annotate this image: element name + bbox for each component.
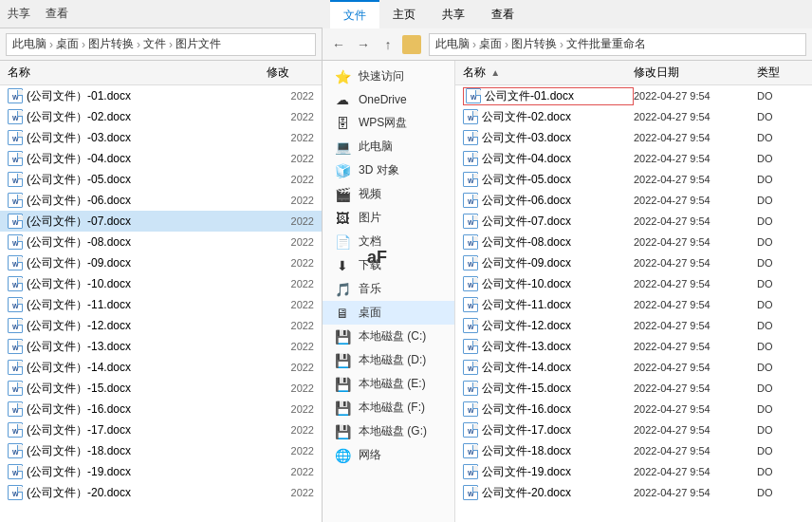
right-file-item[interactable]: W公司文件-04.docx2022-04-27 9:54DO: [455, 148, 812, 169]
right-file-item[interactable]: W公司文件-11.docx2022-04-27 9:54DO: [455, 294, 812, 315]
file-type: DO: [757, 111, 804, 122]
nav-item-本地磁盘 (E:)[interactable]: 💾本地磁盘 (E:): [323, 372, 454, 396]
left-file-item[interactable]: W(公司文件）-09.docx2022: [0, 252, 322, 273]
left-file-item[interactable]: W(公司文件）-04.docx2022: [0, 148, 322, 169]
nav-item-桌面[interactable]: 🖥桌面: [323, 301, 454, 325]
tab-view[interactable]: 查看: [478, 1, 527, 28]
left-file-item[interactable]: W(公司文件）-02.docx2022: [0, 106, 322, 127]
nav-icon: 💾: [334, 329, 351, 345]
file-name: (公司文件）-16.docx: [27, 401, 267, 418]
back-button[interactable]: ←: [328, 34, 349, 55]
left-file-item[interactable]: W(公司文件）-11.docx2022: [0, 294, 322, 315]
nav-item-本地磁盘 (C:)[interactable]: 💾本地磁盘 (C:): [323, 325, 454, 348]
file-name: (公司文件）-03.docx: [27, 130, 267, 146]
nav-item-本地磁盘 (F:)[interactable]: 💾本地磁盘 (F:): [323, 396, 454, 419]
left-file-list: W(公司文件）-01.docx2022W(公司文件）-02.docx2022W(…: [0, 85, 322, 522]
left-file-item[interactable]: W(公司文件）-10.docx2022: [0, 273, 322, 294]
doc-icon: W: [463, 255, 478, 270]
file-name: 公司文件-16.docx: [482, 401, 634, 418]
nav-item-本地磁盘 (G:)[interactable]: 💾本地磁盘 (G:): [323, 419, 454, 443]
r-breadcrumb-convert: 图片转换: [511, 36, 557, 52]
left-file-item[interactable]: W(公司文件）-14.docx2022: [0, 357, 322, 378]
tab-file[interactable]: 文件: [330, 0, 379, 29]
right-file-item[interactable]: W公司文件-15.docx2022-04-27 9:54DO: [455, 378, 812, 399]
file-type: DO: [757, 153, 804, 164]
file-date: 2022-04-27 9:54: [634, 215, 757, 227]
right-file-item[interactable]: W公司文件-05.docx2022-04-27 9:54DO: [455, 169, 812, 190]
nav-item-图片[interactable]: 🖼图片: [323, 206, 454, 230]
right-file-item[interactable]: W公司文件-17.docx2022-04-27 9:54DO: [455, 419, 812, 440]
left-file-item[interactable]: W(公司文件）-19.docx2022: [0, 461, 322, 482]
right-file-item[interactable]: W公司文件-07.docx2022-04-27 9:54DO: [455, 211, 812, 232]
file-date: 2022-04-27 9:54: [634, 424, 757, 436]
right-file-item[interactable]: W公司文件-13.docx2022-04-27 9:54DO: [455, 336, 812, 357]
right-file-item[interactable]: W公司文件-08.docx2022-04-27 9:54DO: [455, 232, 812, 252]
nav-label: 网络: [359, 447, 381, 463]
right-file-item[interactable]: W公司文件-19.docx2022-04-27 9:54DO: [455, 461, 812, 482]
nav-item-本地磁盘 (D:)[interactable]: 💾本地磁盘 (D:): [323, 348, 454, 372]
right-file-item[interactable]: W公司文件-06.docx2022-04-27 9:54DO: [455, 190, 812, 211]
left-file-item[interactable]: W(公司文件）-16.docx2022: [0, 399, 322, 419]
left-file-item[interactable]: W(公司文件）-20.docx2022: [0, 482, 322, 503]
doc-icon: W: [8, 234, 23, 250]
nav-item-此电脑[interactable]: 💻此电脑: [323, 135, 454, 158]
right-file-item[interactable]: W公司文件-18.docx2022-04-27 9:54DO: [455, 440, 812, 461]
file-date: 2022-04-27 9:54: [634, 236, 757, 248]
left-file-item[interactable]: W(公司文件）-06.docx2022: [0, 190, 322, 211]
breadcrumb-file: 文件: [143, 36, 166, 52]
right-file-item[interactable]: W公司文件-16.docx2022-04-27 9:54DO: [455, 399, 812, 419]
tab-home[interactable]: 主页: [379, 1, 429, 28]
tab-share[interactable]: 共享: [429, 1, 478, 28]
right-file-item[interactable]: W公司文件-10.docx2022-04-27 9:54DO: [455, 273, 812, 294]
right-file-item[interactable]: W公司文件-03.docx2022-04-27 9:54DO: [455, 127, 812, 148]
header-modified-right: 修改日期: [634, 65, 757, 81]
left-file-item[interactable]: W(公司文件）-01.docx2022: [0, 85, 322, 106]
file-type: DO: [757, 320, 804, 331]
right-file-item[interactable]: W公司文件-01.docx2022-04-27 9:54DO: [455, 85, 812, 106]
nav-item-文档[interactable]: 📄文档: [323, 230, 454, 253]
nav-item-音乐[interactable]: 🎵音乐: [323, 277, 454, 301]
forward-button[interactable]: →: [353, 34, 374, 55]
right-file-item[interactable]: W公司文件-09.docx2022-04-27 9:54DO: [455, 252, 812, 273]
doc-icon: W: [466, 88, 481, 103]
nav-item-下载[interactable]: ⬇下载: [323, 253, 454, 277]
left-file-item[interactable]: W(公司文件）-05.docx2022: [0, 169, 322, 190]
left-file-item[interactable]: W(公司文件）-08.docx2022: [0, 232, 322, 252]
right-file-name-cell: W公司文件-16.docx: [463, 401, 634, 418]
nav-item-网络[interactable]: 🌐网络: [323, 443, 454, 467]
file-type: DO: [757, 362, 804, 373]
left-share-menu[interactable]: 共享: [8, 6, 30, 22]
doc-icon: W: [463, 297, 478, 312]
file-date: 2022-04-27 9:54: [634, 153, 757, 164]
doc-icon: W: [8, 360, 23, 375]
nav-item-OneDrive[interactable]: ☁OneDrive: [323, 88, 454, 111]
file-date: 2022-04-27 9:54: [634, 403, 757, 415]
file-type: DO: [757, 299, 804, 310]
nav-item-WPS网盘[interactable]: 🗄WPS网盘: [323, 111, 454, 135]
right-file-name-cell: W公司文件-12.docx: [463, 318, 634, 334]
right-file-item[interactable]: W公司文件-02.docx2022-04-27 9:54DO: [455, 106, 812, 127]
right-address-bar[interactable]: 此电脑 › 桌面 › 图片转换 › 文件批量重命名: [429, 33, 806, 56]
up-button[interactable]: ↑: [378, 34, 398, 55]
left-address-bar[interactable]: 此电脑 › 桌面 › 图片转换 › 文件 › 图片文件: [6, 33, 316, 56]
header-modified-left: 修改: [267, 65, 314, 81]
breadcrumb-computer: 此电脑: [12, 36, 46, 52]
left-file-item[interactable]: W(公司文件）-12.docx2022: [0, 315, 322, 336]
left-file-item[interactable]: W(公司文件）-03.docx2022: [0, 127, 322, 148]
doc-icon: W: [8, 297, 23, 312]
file-date: 2022-04-27 9:54: [634, 174, 757, 185]
nav-item-快速访问[interactable]: ⭐快速访问: [323, 65, 454, 88]
left-file-item[interactable]: W(公司文件）-18.docx2022: [0, 440, 322, 461]
left-file-item[interactable]: W(公司文件）-17.docx2022: [0, 419, 322, 440]
right-file-item[interactable]: W公司文件-14.docx2022-04-27 9:54DO: [455, 357, 812, 378]
left-file-item[interactable]: W(公司文件）-13.docx2022: [0, 336, 322, 357]
left-file-item[interactable]: W(公司文件）-07.docx2022: [0, 211, 322, 232]
left-view-menu[interactable]: 查看: [46, 6, 68, 22]
right-file-item[interactable]: W公司文件-20.docx2022-04-27 9:54DO: [455, 482, 812, 503]
right-file-item[interactable]: W公司文件-12.docx2022-04-27 9:54DO: [455, 315, 812, 336]
nav-item-3D 对象[interactable]: 🧊3D 对象: [323, 158, 454, 182]
left-file-item[interactable]: W(公司文件）-15.docx2022: [0, 378, 322, 399]
right-file-name-cell: W公司文件-07.docx: [463, 214, 634, 230]
file-date: 2022: [267, 236, 314, 248]
nav-item-视频[interactable]: 🎬视频: [323, 182, 454, 206]
